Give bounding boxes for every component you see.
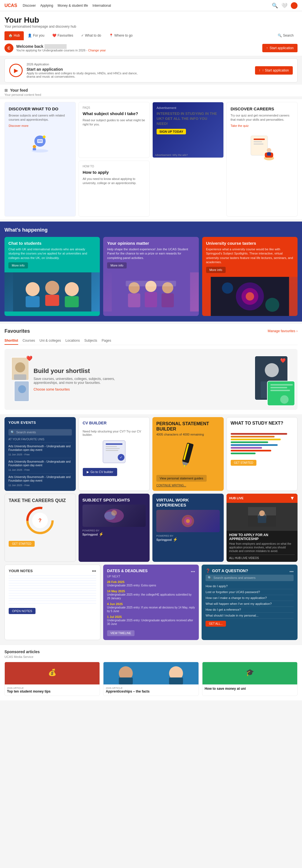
heart-icon[interactable]: 🤍 [281, 2, 287, 9]
svg-text:✓: ✓ [120, 455, 122, 459]
tasters-title: University course tasters [206, 241, 294, 246]
ad-tag: Advertisement [157, 106, 220, 110]
date-item-2: 14 May 2025 Undergraduate 2025 entry: th… [107, 589, 195, 600]
welcome-section: C Welcome back ████████ You're applying … [0, 40, 302, 56]
shortlist-banner: ❤️ Build your shortlist Save courses, un… [4, 349, 298, 410]
ps-view-guides-button[interactable]: View personal statement guides [156, 475, 207, 482]
questions-menu-icon[interactable]: ••• [290, 569, 294, 574]
opinions-title: Your opinions matter [107, 241, 195, 246]
svg-rect-76 [258, 516, 266, 523]
study-title: WHAT TO STUDY NEXT? [231, 421, 294, 426]
question-item-4[interactable]: What will happen when I've sent my appli… [205, 601, 294, 607]
sponsored-label-2: 2026 Article [106, 687, 196, 689]
fav-tab-pages[interactable]: Pages [102, 337, 111, 345]
search-icon[interactable]: 🔍 [272, 2, 278, 9]
event-item-3[interactable]: Arts University Bournemouth - Undergradu… [8, 473, 72, 489]
manage-favourites-link[interactable]: Manage favourites › [268, 329, 298, 333]
events-widget: YOUR EVENTS 🔍 Search events AT YOUR FAVO… [4, 417, 76, 491]
ad-cta[interactable]: SIGN UP TODAY [157, 129, 186, 134]
svg-point-35 [222, 282, 233, 293]
opinions-more-info-button[interactable]: More info [107, 262, 127, 269]
feed-title: Your feed [10, 88, 28, 92]
ucas-logo[interactable]: UCAS [4, 3, 17, 8]
tab-favourites[interactable]: ❤️ Favourites [48, 31, 77, 40]
notes-open-button[interactable]: OPEN NOTES [9, 608, 35, 614]
tab-where-to-go[interactable]: 📍 Where to go [105, 31, 136, 40]
ps-continue-link[interactable]: CONTINUE WRITING... [156, 484, 220, 487]
nav-international[interactable]: International [92, 4, 111, 7]
fav-tab-uni[interactable]: Uni & colleges [39, 337, 61, 345]
question-item-3[interactable]: How can I make a change to my applicatio… [205, 595, 294, 601]
tasters-more-info-button[interactable]: More info [206, 267, 226, 273]
notes-menu-icon[interactable]: ••• [92, 569, 96, 573]
nav-applying[interactable]: Applying [40, 4, 53, 7]
sponsored-card-1[interactable]: 💰 2026 Article Top ten student money tip… [4, 662, 100, 696]
questions-get-all-button[interactable]: GET ALL... [205, 621, 226, 627]
fav-tab-locations[interactable]: Locations [65, 337, 80, 345]
events-search[interactable]: 🔍 Search events [8, 429, 72, 436]
question-item-2[interactable]: Lost or forgotten your UCAS password? [205, 589, 294, 595]
study-get-started-button[interactable]: GET STARTED [231, 460, 257, 466]
personal-statement-widget: PERSONAL STATEMENT BUILDER 4005 characte… [153, 417, 224, 491]
nav-links: Discover Applying Money & student life I… [23, 4, 111, 7]
ps-illustration [177, 442, 199, 470]
fav-tab-subjects[interactable]: Subjects [84, 337, 97, 345]
start-application-banner-button[interactable]: ↑ ↑ Start application [255, 66, 293, 74]
fav-tab-shortlist[interactable]: Shortlist [4, 337, 18, 345]
favourites-section: Favourites Manage favourites › Shortlist… [0, 324, 302, 414]
svg-rect-53 [106, 448, 120, 449]
svg-rect-54 [106, 450, 118, 451]
feed-card-careers: DISCOVER CAREERS Try our quiz and get re… [226, 102, 298, 217]
user-avatar[interactable] [291, 2, 298, 9]
whats-happening-cards: Chat to students Chat with UK and intern… [4, 237, 298, 316]
careers-link[interactable]: Take the quiz [231, 124, 294, 127]
ad-label: Advertisement: Why the ads? [155, 154, 188, 156]
cv-builder-button[interactable]: ▶ Go to CV builder [83, 468, 117, 476]
questions-search[interactable]: 🔍 Search questions and answers [205, 575, 294, 581]
start-application-button[interactable]: ↑ Start application [262, 44, 298, 52]
svg-point-34 [246, 292, 254, 301]
shortlist-link[interactable]: Choose some favourites [33, 388, 70, 392]
notes-lines [9, 576, 96, 603]
svg-point-41 [18, 385, 26, 393]
tab-hub[interactable]: 🏠 Hub [4, 31, 24, 40]
notes-widget: YOUR NOTES ••• OPEN NOTES [4, 565, 101, 640]
sponsored-card-2[interactable]: 2026 Article Apprenticeships – the facts [103, 662, 198, 696]
event-item-1[interactable]: Arts University Bournemouth - Undergradu… [8, 442, 72, 458]
feed-icon: ⊞ [4, 88, 8, 92]
questions-title: ❓ GOT A QUESTION? [205, 568, 248, 573]
nav-discover[interactable]: Discover [23, 4, 36, 7]
study-lines [231, 433, 294, 454]
question-item-1[interactable]: How do I apply? [205, 583, 294, 589]
dates-menu-icon[interactable]: ••• [191, 569, 195, 574]
questions-search-placeholder: Search questions and answers [213, 576, 255, 580]
tab-for-you[interactable]: 👤 For you [24, 31, 48, 40]
chat-more-info-button[interactable]: More info [8, 262, 28, 269]
feed-card-ad[interactable]: Advertisement INTERESTED IN STUDYING IN … [153, 102, 224, 158]
careers-quiz-button[interactable]: GET STARTED [9, 541, 35, 547]
dates-view-timeline-button[interactable]: VIEW TIMELINE [107, 630, 135, 636]
feed-grid: DISCOVER WHAT TO DO Browse subjects and … [0, 99, 302, 219]
discover-link[interactable]: Discover more [9, 124, 72, 127]
svg-rect-11 [254, 144, 264, 145]
fav-tab-courses[interactable]: Courses [23, 337, 35, 345]
hublive-label: HUB LIVE [229, 496, 244, 500]
hublive-desc: Hear from employers and apprentices on w… [229, 542, 295, 553]
hublive-all-link[interactable]: ALL HUB LIVE VIDEOS [229, 555, 295, 560]
svg-rect-30 [126, 281, 176, 286]
question-item-5[interactable]: How do I get a reference? [205, 607, 294, 613]
shortlist-title: Build your shortlist [33, 367, 117, 375]
hublive-video[interactable] [226, 503, 298, 531]
tab-what-to-do[interactable]: ✓ What to do [77, 31, 105, 40]
svg-point-6 [33, 145, 36, 148]
event-item-2[interactable]: Arts University Bournemouth - Undergradu… [8, 458, 72, 473]
change-year-link[interactable]: Change year [88, 49, 106, 52]
svg-point-14 [267, 148, 271, 153]
sponsored-card-3[interactable]: 🎓 How to save money at uni [202, 662, 298, 696]
hublive-expand-icon[interactable]: ▼ [290, 495, 295, 501]
tab-search[interactable]: 🔍 Search [274, 31, 298, 40]
nav-money[interactable]: Money & student life [58, 4, 88, 7]
question-item-6[interactable]: What should I include in my personal... [205, 613, 294, 619]
cv-title: CV BUILDER [83, 421, 146, 425]
sponsored-label-1: 2026 Article [7, 687, 97, 689]
